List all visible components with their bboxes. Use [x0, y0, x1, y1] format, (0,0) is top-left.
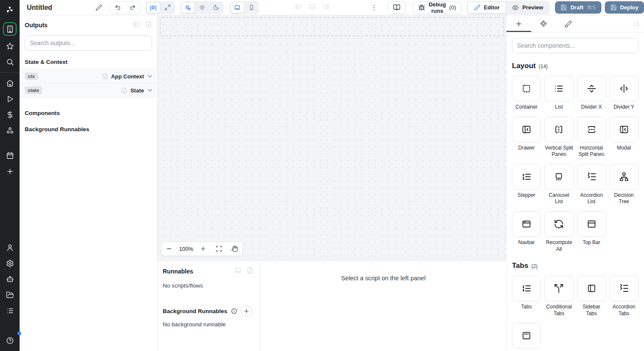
chevron-down-icon[interactable]	[147, 73, 153, 79]
rail-item-variables[interactable]	[0, 107, 20, 123]
component-tile-top-bar[interactable]	[577, 211, 606, 237]
rail-item-account[interactable]	[0, 240, 20, 256]
app-canvas[interactable]: 100%	[158, 15, 506, 262]
expand-canvas-button[interactable]	[161, 2, 174, 13]
output-row-ctx[interactable]: ctx App Context	[20, 69, 157, 83]
component-card-carousel-list: Carousel List	[544, 164, 573, 205]
divider-y-icon	[619, 83, 629, 94]
theme-light-button[interactable]	[195, 2, 209, 13]
outputs-doc-button[interactable]	[145, 21, 152, 29]
search-components-input[interactable]	[512, 38, 638, 53]
component-tile-sidebar-tabs[interactable]	[577, 276, 606, 301]
runnables-doc-button[interactable]	[247, 267, 253, 275]
pan-button[interactable]	[227, 242, 242, 256]
tab-insert-component[interactable]	[506, 15, 531, 32]
rail-item-runs[interactable]	[0, 91, 20, 107]
rail-item-more-triggers[interactable]	[0, 164, 20, 179]
zoom-out-button[interactable]	[161, 242, 177, 256]
desktop-view-button[interactable]	[230, 2, 244, 13]
undo-button[interactable]	[110, 2, 125, 14]
component-card-decision-tree: Decision Tree	[610, 164, 638, 205]
tab-styling[interactable]	[556, 15, 581, 32]
scan-icon	[216, 245, 222, 252]
component-tile-divider-x[interactable]	[577, 76, 606, 101]
rail-item-resources[interactable]	[0, 123, 20, 138]
rail-item-search[interactable]	[0, 54, 20, 70]
component-card-list: List	[544, 76, 573, 111]
component-tile-stepper[interactable]	[512, 164, 541, 190]
help-icon	[6, 337, 14, 345]
section-count: (2)	[531, 263, 538, 269]
fit-view-button[interactable]	[211, 242, 227, 256]
recompute-icon	[554, 219, 564, 229]
search-outputs-input[interactable]	[25, 35, 152, 51]
rail-item-settings[interactable]	[0, 256, 20, 271]
outputs-panel: Outputs State & Context ctx App Context …	[20, 15, 158, 351]
more-menu-button[interactable]	[369, 3, 379, 13]
collapse-right-panel-button[interactable]	[633, 15, 640, 32]
component-tile-divider-y[interactable]	[610, 76, 638, 101]
component-tile-list[interactable]	[544, 76, 573, 101]
component-card-horizontal-split-panes: Horizontal Split Panes	[577, 117, 606, 158]
rail-item-ai[interactable]	[0, 271, 20, 287]
collapse-runnables-button[interactable]	[235, 267, 242, 275]
docs-button[interactable]	[388, 1, 406, 14]
component-tile-modal[interactable]	[610, 117, 638, 142]
component-tile-vertical-split-panes[interactable]	[544, 117, 573, 142]
undo-icon	[115, 4, 121, 11]
component-tile-accordion-tabs[interactable]	[610, 276, 638, 301]
component-tile-tabs[interactable]	[512, 276, 541, 301]
component-tile-container[interactable]	[512, 76, 541, 101]
component-card-container: Container	[512, 76, 541, 111]
component-tile-decision-tree[interactable]	[610, 164, 638, 190]
component-tile-carousel-list[interactable]	[544, 164, 573, 190]
theme-dark-button[interactable]	[209, 2, 223, 13]
debug-runs-button[interactable]: Debug runs (0)	[413, 1, 461, 14]
rail-item-folders[interactable]	[0, 287, 20, 303]
toggle-left-panel-button[interactable]	[295, 3, 302, 12]
component-tile-dashed-top-bar[interactable]	[512, 323, 541, 348]
rail-item-workers[interactable]	[0, 303, 20, 319]
add-background-runnable-button[interactable]	[241, 305, 252, 317]
rail-item-help[interactable]	[0, 333, 20, 348]
output-row-state[interactable]: state State	[20, 83, 157, 98]
left-rail	[0, 0, 20, 351]
rail-item-apps[interactable]	[0, 20, 20, 38]
fixed-width-button[interactable]: |0|	[147, 2, 160, 13]
smartphone-icon	[248, 4, 255, 11]
drawer-icon	[619, 124, 629, 135]
edit-title-button[interactable]	[94, 3, 104, 13]
navbar-icon	[521, 219, 532, 229]
component-card-recompute-all: Recompute All	[544, 211, 573, 253]
windmill-logo-icon[interactable]	[0, 0, 20, 20]
component-tile-conditional-tabs[interactable]	[544, 276, 573, 301]
component-tile-navbar[interactable]	[512, 211, 541, 237]
rail-item-home[interactable]	[0, 75, 20, 91]
component-tile-drawer[interactable]	[512, 117, 541, 142]
toggle-bottom-panel-button[interactable]	[309, 3, 316, 12]
drawer-icon	[521, 124, 532, 135]
component-tile-recompute-all[interactable]	[544, 211, 573, 237]
component-tile-accordion-list[interactable]	[577, 164, 606, 190]
editor-mode-button[interactable]: Editor	[468, 2, 506, 14]
theme-auto-button[interactable]	[181, 2, 195, 13]
rail-item-schedules[interactable]	[0, 148, 20, 164]
component-tile-horizontal-split-panes[interactable]	[577, 117, 606, 142]
redo-button[interactable]	[125, 2, 140, 14]
component-grid-layout: ContainerListDivider XDivider YDrawerVer…	[512, 76, 638, 253]
preview-mode-button[interactable]: Preview	[506, 2, 549, 14]
home-icon	[6, 79, 14, 87]
mobile-view-button[interactable]	[244, 2, 258, 13]
rail-item-favorites[interactable]	[0, 38, 20, 54]
panel-bottom-collapse-icon	[235, 267, 242, 274]
tab-component-settings[interactable]	[531, 15, 556, 32]
dollar-icon	[6, 111, 14, 119]
canvas-dropzone[interactable]	[160, 17, 504, 36]
chevron-down-icon[interactable]	[147, 87, 153, 93]
deploy-button[interactable]: Deploy	[605, 1, 644, 14]
toggle-right-panel-button[interactable]	[323, 3, 330, 12]
draft-button[interactable]: Draft ⌘S	[555, 1, 601, 14]
zoom-in-button[interactable]	[195, 242, 211, 256]
eye-icon	[512, 4, 519, 11]
collapse-outputs-button[interactable]	[133, 21, 140, 29]
